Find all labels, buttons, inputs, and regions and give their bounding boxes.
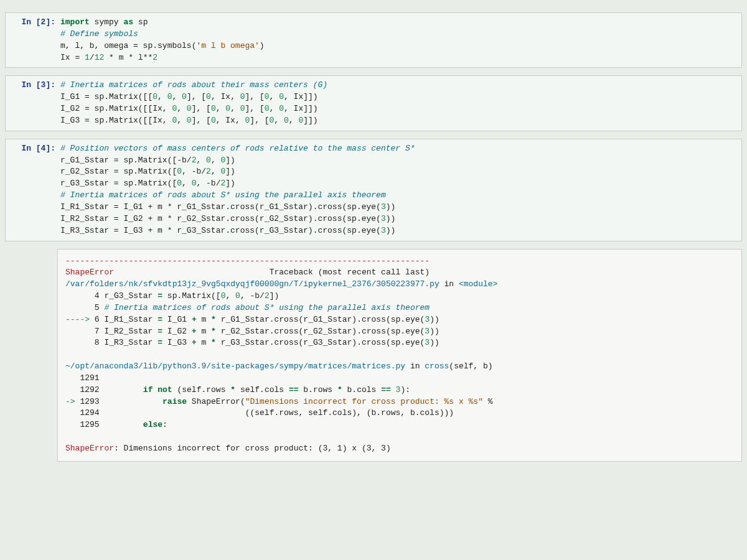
- input-prompt: In [3]:: [6, 76, 58, 130]
- input-area[interactable]: # Position vectors of mass centers of ro…: [58, 139, 741, 241]
- code-line: 4 r_G3_Sstar = sp.Matrix([0, 0, -b/2]): [65, 291, 734, 302]
- input-area[interactable]: import sympy as sp# Define symbolsm, l, …: [58, 13, 741, 67]
- code-line: r_G1_Sstar = sp.Matrix([-b/2, 0, 0]): [60, 155, 735, 167]
- input-prompt: In [2]:: [6, 13, 58, 67]
- code-line: I_G3 = sp.Matrix([[Ix, 0, 0], [0, Ix, 0]…: [60, 115, 735, 127]
- output-prompt: [5, 249, 57, 462]
- code-line: ShapeError Traceback (most recent call l…: [65, 267, 734, 279]
- code-line: 1292 if not (self.rows * self.cols == b.…: [65, 385, 734, 396]
- code-line: 7 I_R2_Sstar = I_G2 + m * r_G2_Sstar.cro…: [65, 326, 734, 338]
- code-line: # Inertia matrices of rods about their m…: [60, 80, 735, 91]
- code-line: [65, 431, 734, 443]
- code-cell[interactable]: In [4]:# Position vectors of mass center…: [5, 139, 742, 241]
- code-cell[interactable]: In [2]:import sympy as sp# Define symbol…: [5, 12, 742, 68]
- code-line: 1294 ((self.rows, self.cols), (b.rows, b…: [65, 408, 734, 419]
- code-cell[interactable]: In [3]:# Inertia matrices of rods about …: [5, 75, 742, 131]
- code-line: r_G3_Sstar = sp.Matrix([0, 0, -b/2]): [60, 178, 735, 190]
- code-line: 8 I_R3_Sstar = I_G3 + m * r_G3_Sstar.cro…: [65, 337, 734, 349]
- code-line: 1295 else:: [65, 419, 734, 431]
- code-line: 1291: [65, 373, 734, 385]
- code-line: # Position vectors of mass centers of ro…: [60, 143, 735, 155]
- code-line: I_G1 = sp.Matrix([[0, 0, 0], [0, Ix, 0],…: [60, 91, 735, 103]
- code-line: 5 # Inertia matrices of rods about S* us…: [65, 302, 734, 314]
- code-line: import sympy as sp: [60, 17, 735, 29]
- code-line: /var/folders/nk/sfvkdtp13jz_9vg5qxdyqjf0…: [65, 279, 734, 291]
- code-line: I_R1_Sstar = I_G1 + m * r_G1_Sstar.cross…: [60, 202, 735, 213]
- code-line: ShapeError: Dimensions incorrect for cro…: [65, 443, 734, 455]
- output-cell: ----------------------------------------…: [5, 249, 742, 462]
- code-line: I_R3_Sstar = I_G3 + m * r_G3_Sstar.cross…: [60, 225, 735, 237]
- code-line: [65, 349, 734, 361]
- output-area: ----------------------------------------…: [57, 249, 742, 462]
- input-area[interactable]: # Inertia matrices of rods about their m…: [58, 76, 741, 130]
- input-prompt: In [4]:: [6, 139, 58, 241]
- code-line: r_G2_Sstar = sp.Matrix([0, -b/2, 0]): [60, 166, 735, 178]
- code-line: # Inertia matrices of rods about S* usin…: [60, 190, 735, 202]
- code-line: # Define symbols: [60, 29, 735, 40]
- code-line: ----> 6 I_R1_Sstar = I_G1 + m * r_G1_Sst…: [65, 314, 734, 326]
- code-line: I_R2_Sstar = I_G2 + m * r_G2_Sstar.cross…: [60, 213, 735, 225]
- code-line: ----------------------------------------…: [65, 256, 734, 268]
- code-line: ~/opt/anaconda3/lib/python3.9/site-packa…: [65, 361, 734, 373]
- code-line: -> 1293 raise ShapeError("Dimensions inc…: [65, 396, 734, 408]
- code-line: m, l, b, omega = sp.symbols('m l b omega…: [60, 40, 735, 52]
- code-line: Ix = 1/12 * m * l**2: [60, 52, 735, 64]
- code-line: I_G2 = sp.Matrix([[Ix, 0, 0], [0, 0, 0],…: [60, 103, 735, 115]
- notebook: In [2]:import sympy as sp# Define symbol…: [0, 0, 747, 488]
